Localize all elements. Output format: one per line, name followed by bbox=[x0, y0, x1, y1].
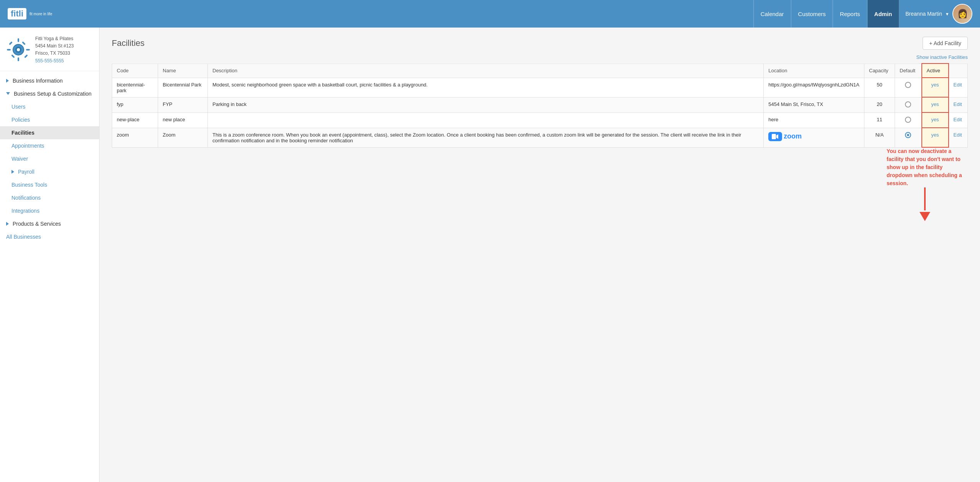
sidebar-item-business-setup[interactable]: Business Setup & Customization bbox=[0, 87, 99, 100]
sidebar-item-label: Appointments bbox=[11, 143, 44, 149]
sidebar-item-payroll[interactable]: Payroll bbox=[0, 165, 99, 178]
edit-link[interactable]: Edit bbox=[954, 132, 962, 138]
svg-rect-1 bbox=[18, 38, 19, 42]
edit-link[interactable]: Edit bbox=[954, 117, 962, 122]
business-phone: 555-555-5555 bbox=[35, 57, 74, 65]
cell-capacity: N/A bbox=[864, 128, 895, 147]
sidebar-item-business-tools[interactable]: Business Tools bbox=[0, 178, 99, 191]
show-inactive-anchor[interactable]: Show inactive Facilities bbox=[916, 54, 968, 60]
sidebar-item-label: Payroll bbox=[18, 169, 34, 175]
collapse-icon bbox=[6, 92, 10, 95]
cell-default bbox=[895, 78, 922, 97]
business-info-section: Fitli Yoga & Pilates 5454 Main St #123 F… bbox=[0, 28, 99, 71]
cell-code: bicentennial-park bbox=[112, 78, 158, 97]
user-name: Breanna Martin bbox=[905, 11, 942, 17]
sidebar-item-appointments[interactable]: Appointments bbox=[0, 139, 99, 152]
cell-active: yes bbox=[922, 128, 949, 147]
nav-calendar[interactable]: Calendar bbox=[753, 0, 791, 28]
sidebar-nav: Business Information Business Setup & Cu… bbox=[0, 71, 99, 243]
sidebar-item-notifications[interactable]: Notifications bbox=[0, 191, 99, 204]
col-header-default: Default bbox=[895, 64, 922, 78]
cell-description: This is a zoom conference room. When you… bbox=[208, 128, 764, 147]
sidebar-item-label: Users bbox=[11, 104, 26, 110]
sidebar-item-all-businesses[interactable]: All Businesses bbox=[0, 230, 99, 243]
nav-links: Calendar Customers Reports Admin bbox=[753, 0, 900, 28]
edit-link[interactable]: Edit bbox=[954, 82, 962, 88]
sidebar: Fitli Yoga & Pilates 5454 Main St #123 F… bbox=[0, 28, 100, 482]
active-toggle[interactable]: yes bbox=[931, 132, 939, 138]
sidebar-item-label: Business Tools bbox=[11, 182, 47, 188]
sidebar-item-policies[interactable]: Policies bbox=[0, 113, 99, 126]
sidebar-item-users[interactable]: Users bbox=[0, 100, 99, 113]
default-radio[interactable] bbox=[905, 117, 911, 123]
svg-rect-5 bbox=[9, 41, 13, 45]
default-radio[interactable] bbox=[905, 82, 911, 88]
annotation-text: You can now deactivate a facility that y… bbox=[887, 147, 963, 187]
default-radio-checked[interactable] bbox=[905, 132, 911, 138]
main-content: Facilities + Add Facility Show inactive … bbox=[100, 28, 980, 482]
logo-tagline: fit more in life bbox=[29, 11, 52, 16]
table-row: zoom Zoom This is a zoom conference room… bbox=[112, 128, 968, 147]
svg-rect-12 bbox=[772, 134, 776, 139]
app-logo[interactable]: fitli fit more in life bbox=[8, 8, 52, 20]
sidebar-item-label: Notifications bbox=[11, 195, 41, 201]
svg-rect-3 bbox=[7, 49, 11, 50]
business-logo bbox=[6, 37, 31, 62]
svg-rect-2 bbox=[18, 57, 19, 61]
expand-icon bbox=[6, 222, 9, 226]
sidebar-item-integrations[interactable]: Integrations bbox=[0, 204, 99, 217]
add-facility-button[interactable]: + Add Facility bbox=[923, 37, 968, 50]
active-toggle[interactable]: yes bbox=[931, 101, 939, 107]
top-navigation: fitli fit more in life Calendar Customer… bbox=[0, 0, 980, 28]
nav-reports[interactable]: Reports bbox=[833, 0, 867, 28]
active-toggle[interactable]: yes bbox=[931, 117, 939, 122]
cell-capacity: 50 bbox=[864, 78, 895, 97]
default-radio[interactable] bbox=[905, 101, 911, 107]
cell-edit: Edit bbox=[949, 78, 968, 97]
cell-description: Parking in back bbox=[208, 97, 764, 112]
cell-active: yes bbox=[922, 97, 949, 112]
svg-rect-7 bbox=[22, 41, 26, 45]
cell-location: 5454 Main St, Frisco, TX bbox=[764, 97, 864, 112]
sidebar-item-products-services[interactable]: Products & Services bbox=[0, 217, 99, 230]
table-row: bicentennial-park Bicentennial Park Mode… bbox=[112, 78, 968, 97]
col-header-capacity: Capacity bbox=[864, 64, 895, 78]
cell-code: new-place bbox=[112, 112, 158, 128]
avatar: 👩 bbox=[952, 4, 972, 24]
annotation-area: Code Name Description Location Capacity … bbox=[112, 63, 968, 148]
sidebar-item-label: Waiver bbox=[11, 156, 28, 162]
cell-capacity: 20 bbox=[864, 97, 895, 112]
sidebar-item-waiver[interactable]: Waiver bbox=[0, 152, 99, 165]
cell-capacity: 11 bbox=[864, 112, 895, 128]
annotation-container: You can now deactivate a facility that y… bbox=[887, 147, 963, 221]
cell-edit: Edit bbox=[949, 128, 968, 147]
cell-name: new place bbox=[158, 112, 208, 128]
col-header-description: Description bbox=[208, 64, 764, 78]
cell-default bbox=[895, 128, 922, 147]
col-header-actions bbox=[949, 64, 968, 78]
svg-rect-6 bbox=[24, 54, 28, 58]
cell-default bbox=[895, 97, 922, 112]
cell-location: here bbox=[764, 112, 864, 128]
cell-name: Bicentennial Park bbox=[158, 78, 208, 97]
cell-edit: Edit bbox=[949, 112, 968, 128]
table-row: new-place new place here 11 yes Edit bbox=[112, 112, 968, 128]
sidebar-item-business-information[interactable]: Business Information bbox=[0, 74, 99, 87]
nav-customers[interactable]: Customers bbox=[791, 0, 833, 28]
cell-description bbox=[208, 112, 764, 128]
active-toggle[interactable]: yes bbox=[931, 82, 939, 88]
chevron-down-icon: ▾ bbox=[946, 11, 949, 17]
edit-link[interactable]: Edit bbox=[954, 101, 962, 107]
svg-rect-8 bbox=[11, 54, 15, 58]
sidebar-item-facilities[interactable]: Facilities bbox=[0, 126, 99, 139]
cell-code: fyp bbox=[112, 97, 158, 112]
cell-edit: Edit bbox=[949, 97, 968, 112]
sidebar-item-label: Integrations bbox=[11, 208, 39, 214]
cell-location: https://goo.gl/maps/tWqlyosgnhLzdGN1A bbox=[764, 78, 864, 97]
sidebar-item-label: Facilities bbox=[11, 130, 34, 136]
nav-admin[interactable]: Admin bbox=[867, 0, 900, 28]
cell-default bbox=[895, 112, 922, 128]
user-menu[interactable]: Breanna Martin ▾ 👩 bbox=[905, 4, 972, 24]
svg-point-11 bbox=[17, 48, 20, 51]
sidebar-item-label: Products & Services bbox=[13, 221, 61, 227]
